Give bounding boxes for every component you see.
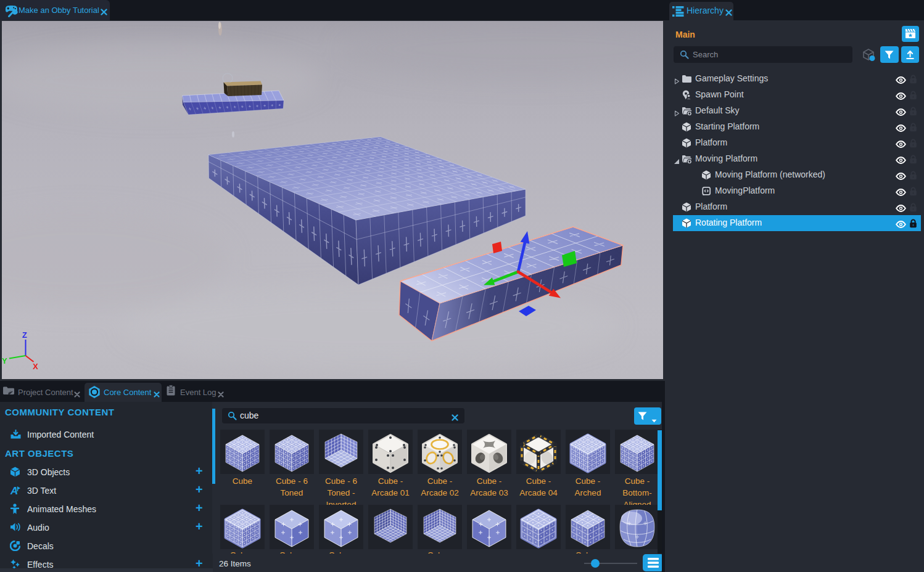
- svg-text:Z: Z: [22, 330, 27, 340]
- svg-text:A: A: [10, 485, 18, 496]
- svg-text:X: X: [33, 362, 38, 371]
- svg-text:Y: Y: [2, 356, 7, 366]
